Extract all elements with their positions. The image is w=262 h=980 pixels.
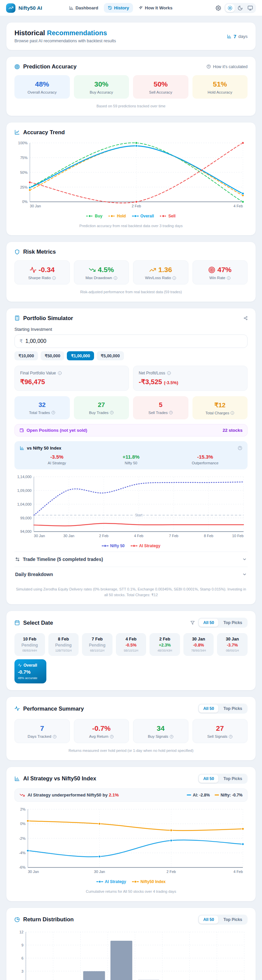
svg-text:3: 3 <box>21 969 24 973</box>
help-circle-icon[interactable] <box>169 735 174 739</box>
nav-dashboard[interactable]: Dashboard <box>65 3 102 13</box>
gear-icon <box>216 5 221 11</box>
svg-text:75%: 75% <box>20 155 27 159</box>
svg-text:12: 12 <box>19 930 24 934</box>
trade-timeline-accordion[interactable]: Trade Timeline (5 completed trades) <box>14 552 248 567</box>
svg-text:-4%: -4% <box>19 851 26 855</box>
svg-text:0%: 0% <box>22 200 27 204</box>
info-icon[interactable] <box>58 371 62 375</box>
stock-scope-toggle: All 50 Top Picks <box>198 774 248 784</box>
svg-text:-6%: -6% <box>19 865 26 869</box>
legend-item[interactable]: Nifty50 Index <box>132 879 166 884</box>
card-title: Risk Metrics <box>23 248 56 255</box>
stock-scope-toggle: All 50 Top Picks <box>198 703 248 714</box>
chevron-down-icon <box>242 572 247 577</box>
chevron-down-icon <box>242 557 247 562</box>
preset-500000-chip[interactable]: ₹5,00,000 <box>97 351 124 360</box>
preset-100000-chip[interactable]: ₹1,00,000 <box>67 351 94 360</box>
nav-how-it-works[interactable]: How It Works <box>134 3 176 13</box>
info-icon[interactable] <box>230 411 235 415</box>
card-footnote: Returns measured over hold period (or 1-… <box>14 748 248 754</box>
svg-text:0%: 0% <box>20 822 26 826</box>
card-footnote: Prediction accuracy from real backtest d… <box>14 223 248 229</box>
help-circle-icon[interactable] <box>110 410 114 415</box>
sparkles-icon <box>138 6 143 10</box>
legend-item[interactable]: Buy <box>86 214 102 218</box>
toggle-top-picks[interactable]: Top Picks <box>219 619 246 627</box>
legend-item[interactable]: AI Strategy <box>131 544 160 548</box>
info-icon[interactable] <box>167 371 171 375</box>
help-circle-icon <box>206 64 211 69</box>
trending-up-icon <box>149 266 156 274</box>
nav-history[interactable]: History <box>104 3 133 13</box>
svg-text:2%: 2% <box>20 807 26 811</box>
brand[interactable]: Nifty50 AI <box>6 3 42 13</box>
help-circle-icon[interactable] <box>169 410 173 415</box>
filter-button[interactable] <box>190 620 195 625</box>
toggle-top-picks[interactable]: Top Picks <box>219 916 246 924</box>
date-chip-7-feb[interactable]: 7 FebPending6B/1S/11H <box>82 633 112 656</box>
share-button[interactable] <box>243 316 248 320</box>
stat-total-trades: 32Total Trades <box>14 396 70 419</box>
preset-10000-chip[interactable]: ₹10,000 <box>14 351 38 360</box>
stat-buy-accuracy: 30%Buy Accuracy <box>74 75 129 99</box>
theme-system-button[interactable] <box>246 4 255 12</box>
history-icon <box>108 6 112 10</box>
date-chip-8-feb[interactable]: 8 FebPending12B/7S/31H <box>48 633 79 656</box>
toggle-all-50[interactable]: All 50 <box>199 916 218 924</box>
stock-scope-toggle: All 50 Top Picks <box>198 915 248 924</box>
date-chip-30-jan-2[interactable]: 30 Jan-3.7%0B/0S/1H <box>217 633 248 656</box>
top-navigation-bar: Nifty50 AI Dashboard History How It Work… <box>0 0 262 16</box>
legend-item[interactable]: Hold <box>109 214 126 218</box>
stat-sell-signals: 27Sell Signals <box>192 719 248 743</box>
legend-ai: AI: -2.8% <box>187 793 210 797</box>
legend-item[interactable]: AI Strategy <box>96 879 126 884</box>
strategy-chart-legend: AI StrategyNifty50 Index <box>14 879 248 884</box>
help-circle-icon[interactable] <box>238 446 242 450</box>
toggle-all-50[interactable]: All 50 <box>199 619 218 627</box>
stat-hold-accuracy: 51%Hold Accuracy <box>192 75 248 99</box>
toggle-top-picks[interactable]: Top Picks <box>219 775 246 783</box>
theme-light-button[interactable] <box>225 4 235 12</box>
help-circle-icon[interactable] <box>53 735 57 739</box>
legend-item[interactable]: Overall <box>132 214 154 218</box>
help-circle-icon[interactable] <box>51 410 56 415</box>
return-distribution-chart[interactable]: 036912< -3%-3% to -2%-2% to -1%-1% to 0%… <box>14 929 248 980</box>
date-chip-30-jan[interactable]: 30 Jan-0.8%7B/9S/34H <box>184 633 214 656</box>
bar-chart-icon <box>14 776 20 781</box>
return-distribution-card: Return Distribution All 50 Top Picks 036… <box>6 908 256 980</box>
card-footnote: Cumulative returns for All 50 stocks ove… <box>14 889 248 894</box>
theme-dark-button[interactable] <box>235 4 245 12</box>
legend-item[interactable]: Sell <box>160 214 175 218</box>
legend-item[interactable]: Nifty 50 <box>102 544 125 548</box>
moon-icon <box>238 5 243 11</box>
date-chip-10-feb[interactable]: 10 FebPending0B/6S/44H <box>14 633 45 656</box>
overall-chip[interactable]: Overall -0.7% 48% accurate <box>14 659 46 683</box>
toggle-all-50[interactable]: All 50 <box>199 705 218 713</box>
svg-text:10 Feb: 10 Feb <box>232 534 243 538</box>
info-icon[interactable] <box>113 276 118 280</box>
starting-investment-input[interactable] <box>26 338 243 344</box>
info-icon[interactable] <box>172 276 176 280</box>
accuracy-trend-card: Accuracy Trend 0%25%50%75%100%30 Jan2 Fe… <box>6 122 256 236</box>
trending-up-icon <box>8 5 13 10</box>
help-circle-icon[interactable] <box>229 735 233 739</box>
daily-breakdown-accordion[interactable]: Daily Breakdown <box>14 567 248 582</box>
info-icon[interactable] <box>227 276 231 280</box>
date-chip-2-feb[interactable]: 2 Feb+2.3%4B/3S/43H <box>150 633 180 656</box>
starting-investment-label: Starting Investment <box>14 327 248 332</box>
toggle-all-50[interactable]: All 50 <box>199 775 218 783</box>
preset-50000-chip[interactable]: ₹50,000 <box>41 351 64 360</box>
info-icon[interactable] <box>52 276 56 280</box>
settings-button[interactable] <box>216 5 221 11</box>
page-subtitle: Browse past AI recommendations with back… <box>14 38 116 43</box>
how-its-calculated-link[interactable]: How it's calculated <box>206 64 248 69</box>
svg-text:1,14,000: 1,14,000 <box>17 475 32 479</box>
date-chip-4-feb[interactable]: 4 Feb-0.5%5B/1S/11H <box>116 633 147 656</box>
toggle-top-picks[interactable]: Top Picks <box>219 705 246 713</box>
select-date-card: Select Date All 50 Top Picks 10 FebPendi… <box>6 611 256 690</box>
help-circle-icon[interactable] <box>110 735 114 739</box>
svg-text:30 Jan: 30 Jan <box>94 870 105 873</box>
days-tracked-badge: 7days <box>227 33 248 39</box>
card-title: Accuracy Trend <box>23 129 65 135</box>
